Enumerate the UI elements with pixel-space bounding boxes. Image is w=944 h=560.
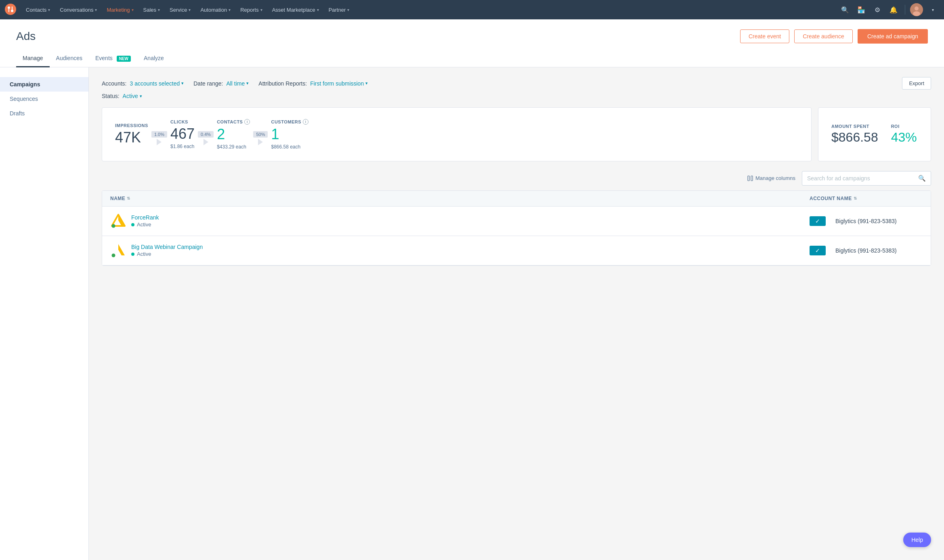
clicks-label: CLICKS (170, 119, 188, 124)
sidebar: Campaigns Sequences Drafts (0, 67, 89, 560)
customers-info-icon[interactable]: i (303, 119, 308, 125)
check-icon: ✓ (815, 218, 820, 224)
date-range-value[interactable]: All time ▾ (226, 80, 249, 87)
chevron-down-icon: ▾ (189, 8, 191, 12)
funnel-arrow-2: 0.4% (198, 131, 214, 145)
stats-right-card: AMOUNT SPENT $866.58 ROI 43% (818, 107, 931, 161)
chevron-down-icon: ▾ (181, 81, 184, 86)
tab-events[interactable]: Events NEW (89, 50, 137, 67)
chevron-down-icon: ▾ (229, 8, 231, 12)
accounts-label: Accounts: (102, 80, 126, 87)
accounts-value[interactable]: 3 accounts selected ▾ (130, 80, 184, 87)
tab-audiences[interactable]: Audiences (50, 50, 89, 67)
customers-label: CUSTOMERS i (271, 119, 308, 125)
contacts-info-icon[interactable]: i (244, 119, 250, 125)
svg-point-2 (915, 6, 919, 10)
th-name: NAME ⇅ (110, 196, 810, 201)
attribution-filter: Attribution Reports: First form submissi… (258, 80, 368, 87)
table-row: ForceRank Active ✓ (102, 207, 931, 236)
page-title: Ads (16, 30, 36, 43)
th-account-name: ACCOUNT NAME ⇅ (810, 196, 923, 201)
arrow-shape-1 (157, 139, 162, 145)
nav-item-asset-marketplace[interactable]: Asset Marketplace ▾ (267, 0, 324, 19)
campaign-name[interactable]: ForceRank (131, 214, 159, 221)
attribution-value[interactable]: First form submission ▾ (310, 80, 368, 87)
tab-analyze[interactable]: Analyze (137, 50, 170, 67)
help-button[interactable]: Help (903, 533, 931, 547)
table-header: NAME ⇅ ACCOUNT NAME ⇅ (102, 191, 931, 207)
search-icon[interactable]: 🔍 (918, 175, 926, 182)
svg-point-8 (112, 224, 115, 228)
nav-item-partner[interactable]: Partner ▾ (324, 0, 355, 19)
sort-icon[interactable]: ⇅ (854, 196, 857, 201)
create-audience-button[interactable]: Create audience (794, 29, 853, 43)
funnel-arrow-1: 1.0% (151, 131, 167, 145)
google-ads-logo (110, 213, 126, 229)
notifications-icon[interactable]: 🔔 (887, 3, 900, 16)
search-icon[interactable]: 🔍 (839, 3, 852, 16)
svg-rect-5 (751, 176, 753, 181)
manage-columns-button[interactable]: Manage columns (747, 175, 795, 181)
stats-funnel-card: IMPRESSIONS 47K 1.0% CLICKS 467 $1. (102, 107, 812, 161)
tabs-bar: Manage Audiences Events NEW Analyze (0, 50, 944, 67)
impressions-stat: IMPRESSIONS 47K (115, 123, 148, 146)
accounts-filter: Accounts: 3 accounts selected ▾ (102, 80, 184, 87)
row-name-cell: Big Data Webinar Campaign Active (110, 242, 810, 259)
campaigns-table: NAME ⇅ ACCOUNT NAME ⇅ (102, 190, 931, 266)
search-input[interactable] (807, 175, 915, 182)
status-dot (131, 223, 134, 226)
nav-item-automation[interactable]: Automation ▾ (195, 0, 235, 19)
nav-item-reports[interactable]: Reports ▾ (235, 0, 267, 19)
settings-icon[interactable]: ⚙ (871, 3, 884, 16)
chevron-down-icon: ▾ (48, 8, 50, 12)
table-toolbar: Manage columns 🔍 (102, 171, 931, 186)
nav-item-service[interactable]: Service ▾ (165, 0, 195, 19)
sidebar-item-sequences[interactable]: Sequences (0, 92, 88, 106)
campaign-toggle[interactable]: ✓ (810, 216, 826, 226)
status-value[interactable]: Active ▾ (123, 93, 142, 99)
export-button[interactable]: Export (902, 77, 931, 90)
status-dot (131, 253, 134, 256)
customers-value: 1 (271, 126, 279, 142)
impressions-value: 47K (115, 130, 141, 146)
roi-label: ROI (891, 124, 900, 129)
stats-funnel: IMPRESSIONS 47K 1.0% CLICKS 467 $1. (115, 119, 798, 150)
nav-item-contacts[interactable]: Contacts ▾ (21, 0, 55, 19)
tab-manage[interactable]: Manage (16, 50, 50, 67)
impressions-label: IMPRESSIONS (115, 123, 148, 128)
nav-item-marketing[interactable]: Marketing ▾ (102, 0, 138, 19)
nav-item-conversations[interactable]: Conversations ▾ (55, 0, 102, 19)
sidebar-item-campaigns[interactable]: Campaigns (0, 77, 88, 92)
arrow-shape-2 (203, 139, 208, 145)
search-box: 🔍 (802, 171, 931, 186)
nav-item-sales[interactable]: Sales ▾ (138, 0, 165, 19)
campaign-name[interactable]: Big Data Webinar Campaign (131, 244, 203, 250)
create-event-button[interactable]: Create event (740, 29, 789, 43)
funnel-arrow-3: 50% (253, 131, 268, 145)
content-area: Accounts: 3 accounts selected ▾ Date ran… (89, 67, 944, 560)
svg-rect-4 (748, 176, 749, 181)
customers-stat: CUSTOMERS i 1 $866.58 each (271, 119, 308, 150)
main-layout: Campaigns Sequences Drafts Accounts: 3 a… (0, 67, 944, 560)
contacts-label: CONTACTS i (217, 119, 250, 125)
page-header-actions: Create event Create audience Create ad c… (740, 29, 928, 44)
status-label: Status: (102, 93, 120, 99)
campaign-toggle[interactable]: ✓ (810, 246, 826, 255)
check-icon: ✓ (815, 247, 820, 254)
filter-bar: Accounts: 3 accounts selected ▾ Date ran… (102, 77, 931, 90)
table-row: Big Data Webinar Campaign Active ✓ (102, 236, 931, 265)
marketplace-icon[interactable]: 🏪 (855, 3, 868, 16)
hubspot-logo[interactable] (5, 4, 16, 16)
navbar: Contacts ▾ Conversations ▾ Marketing ▾ S… (0, 0, 944, 19)
avatar[interactable] (910, 3, 923, 16)
chevron-down-icon: ▾ (365, 81, 368, 86)
chevron-down-icon: ▾ (140, 94, 142, 99)
clicks-stat: CLICKS 467 $1.86 each (170, 119, 195, 149)
row-name-cell: ForceRank Active (110, 213, 810, 229)
chevron-down-icon[interactable]: ▾ (926, 3, 939, 16)
amount-spent-stat: AMOUNT SPENT $866.58 (831, 124, 878, 144)
date-range-label: Date range: (193, 80, 223, 87)
sort-icon[interactable]: ⇅ (127, 196, 130, 201)
create-ad-campaign-button[interactable]: Create ad campaign (858, 29, 928, 44)
sidebar-item-drafts[interactable]: Drafts (0, 106, 88, 121)
